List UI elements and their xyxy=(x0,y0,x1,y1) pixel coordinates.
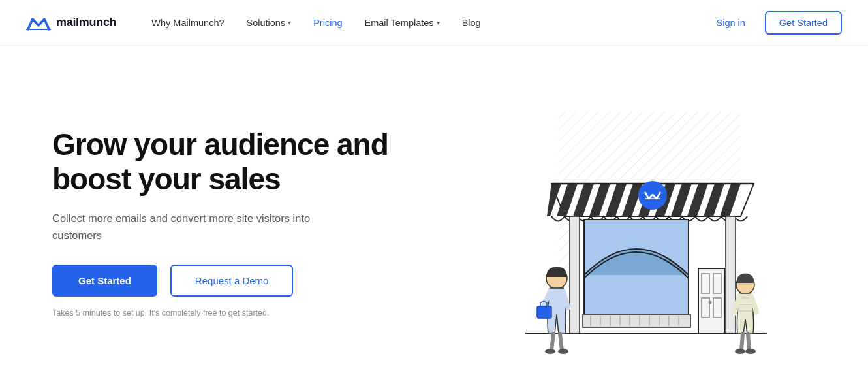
logo-text: mailmunch xyxy=(56,16,116,29)
hero-illustration xyxy=(392,72,816,373)
nav-blog[interactable]: Blog xyxy=(453,12,490,33)
navbar: mailmunch Why Mailmunch? Solutions ▾ Pri… xyxy=(0,0,868,46)
email-templates-chevron-icon: ▾ xyxy=(437,19,440,26)
svg-point-43 xyxy=(558,349,568,354)
nav-links: Why Mailmunch? Solutions ▾ Pricing Email… xyxy=(142,12,707,33)
nav-actions: Sign in Get Started xyxy=(707,11,843,35)
svg-point-42 xyxy=(545,349,555,354)
hero-request-demo-button[interactable]: Request a Demo xyxy=(170,265,294,297)
solutions-chevron-icon: ▾ xyxy=(288,19,291,26)
nav-pricing[interactable]: Pricing xyxy=(304,12,351,33)
hero-get-started-button[interactable]: Get Started xyxy=(52,265,157,297)
svg-rect-20 xyxy=(698,268,724,334)
hero-buttons: Get Started Request a Demo xyxy=(52,265,392,297)
logo[interactable]: mailmunch xyxy=(26,14,116,32)
svg-rect-27 xyxy=(726,216,736,334)
store-illustration xyxy=(441,92,767,373)
svg-rect-41 xyxy=(537,306,551,318)
hero-section: Grow your audience and boost your sales … xyxy=(0,46,868,373)
nav-get-started-button[interactable]: Get Started xyxy=(765,11,842,35)
svg-rect-26 xyxy=(570,216,580,334)
hero-note: Takes 5 minutes to set up. It's complete… xyxy=(52,308,392,317)
nav-solutions[interactable]: Solutions ▾ xyxy=(238,12,301,33)
svg-point-25 xyxy=(709,301,712,304)
svg-point-49 xyxy=(745,349,756,354)
nav-why-mailmunch[interactable]: Why Mailmunch? xyxy=(142,12,233,33)
svg-point-48 xyxy=(735,349,745,354)
logo-icon xyxy=(26,14,51,32)
sign-in-link[interactable]: Sign in xyxy=(707,12,754,33)
svg-rect-28 xyxy=(583,314,690,327)
hero-title: Grow your audience and boost your sales xyxy=(52,127,392,197)
hero-subtitle: Collect more emails and convert more sit… xyxy=(52,210,326,244)
nav-email-templates[interactable]: Email Templates ▾ xyxy=(356,12,449,33)
hero-content: Grow your audience and boost your sales … xyxy=(52,127,392,318)
